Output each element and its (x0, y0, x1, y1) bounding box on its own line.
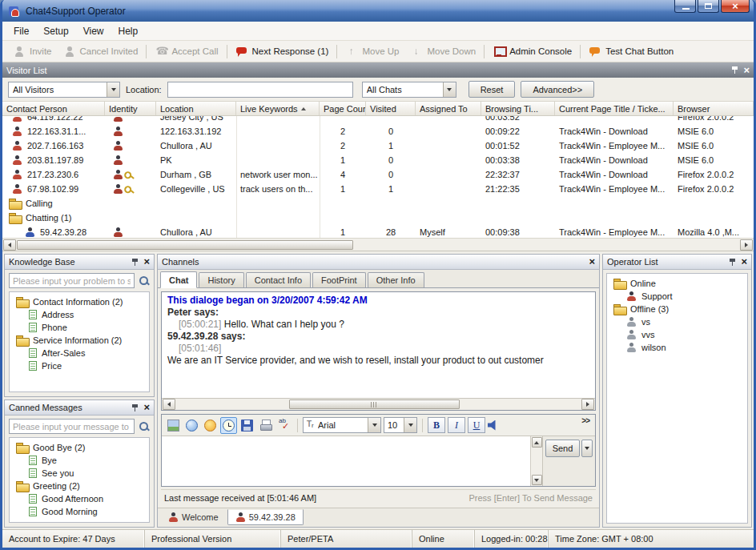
column-header[interactable]: Assigned To (416, 102, 481, 115)
close-button[interactable] (721, 0, 750, 13)
tree-folder[interactable]: Online (607, 277, 747, 290)
channel-tab[interactable]: Contact Info (246, 272, 311, 287)
location-input[interactable] (167, 82, 353, 98)
italic-button[interactable]: I (448, 417, 465, 433)
channel-tab[interactable]: FootPrint (312, 272, 366, 287)
close-icon[interactable] (743, 66, 750, 75)
operator-item[interactable]: vs (607, 315, 747, 328)
operator-item[interactable]: Support (607, 290, 747, 303)
chat-scope-select[interactable]: All Chats (362, 82, 456, 98)
format-tool-button[interactable] (257, 417, 274, 434)
toolbar-overflow-button[interactable]: >> (579, 415, 592, 427)
column-header[interactable]: Current Page Title / Ticke... (555, 102, 674, 115)
format-tool-button[interactable] (183, 417, 200, 434)
advanced-button[interactable]: Advanced>> (521, 81, 594, 98)
format-tool-button[interactable] (165, 417, 182, 434)
titlebar[interactable]: Chat4Support Operator (2, 0, 754, 22)
close-icon[interactable] (589, 257, 595, 267)
tree-item[interactable]: Address (10, 308, 149, 321)
toolbar-button[interactable]: Accept Call (149, 43, 223, 60)
column-header[interactable]: Page Count (320, 102, 366, 115)
tree-item[interactable]: Bye (10, 454, 149, 467)
scroll-right-button[interactable] (740, 239, 753, 251)
session-tab[interactable]: Welcome (161, 509, 226, 525)
visitor-row[interactable]: 122.163.31.1... 122.163.31.192 2 0 00:09… (2, 124, 754, 139)
toolbar-button[interactable]: Move Up (340, 43, 404, 60)
menu-item[interactable]: File (6, 23, 36, 39)
close-icon[interactable] (143, 257, 150, 267)
pin-icon[interactable] (131, 258, 139, 267)
scrollbar-thumb[interactable] (289, 399, 460, 409)
tree-item[interactable]: Good Morning (10, 505, 149, 518)
scrollbar-thumb[interactable] (17, 240, 353, 250)
close-icon[interactable] (143, 403, 150, 412)
column-header[interactable]: Identity (105, 102, 156, 115)
scroll-left-button[interactable] (3, 239, 16, 251)
scroll-up-button[interactable] (532, 437, 542, 448)
column-header[interactable]: Live Keywords (236, 102, 320, 115)
search-icon[interactable] (139, 421, 150, 432)
visitor-row[interactable]: 64.119.122.22 Jersey City , US 00:03:52 (2, 116, 754, 124)
close-icon[interactable] (741, 257, 747, 267)
visitor-row[interactable]: 67.98.102.99 Collegeville , US track use… (2, 182, 754, 196)
tree-folder[interactable]: Greeting (2) (10, 480, 149, 492)
tree-item[interactable]: See you (10, 467, 149, 480)
chat-horizontal-scrollbar[interactable] (162, 398, 595, 410)
format-tool-button[interactable] (220, 417, 237, 434)
tree-item[interactable]: After-Sales (10, 347, 149, 359)
maximize-button[interactable] (698, 0, 719, 13)
visitor-row[interactable]: 202.7.166.163 Chullora , AU 2 1 00:01:52 (2, 139, 754, 153)
tree-item[interactable]: Price (10, 359, 149, 372)
tree-folder[interactable]: Good Bye (2) (10, 441, 149, 454)
session-tab[interactable]: 59.42.39.28 (227, 509, 304, 525)
toolbar-button[interactable]: Cancel Invited (58, 43, 144, 60)
send-options-button[interactable] (581, 440, 593, 457)
operator-item[interactable]: wilson (607, 341, 747, 354)
font-size-select[interactable]: 10 (384, 417, 417, 433)
menu-item[interactable]: View (76, 23, 111, 39)
tree-folder[interactable]: Contact Information (2) (10, 295, 149, 308)
format-tool-button[interactable] (275, 417, 292, 434)
pin-icon[interactable] (729, 258, 736, 267)
tree-item[interactable]: Good Afternoon (10, 492, 149, 505)
channel-tab[interactable]: History (199, 272, 243, 287)
column-header[interactable]: Location (156, 102, 236, 115)
channel-tab[interactable]: Other Info (368, 272, 424, 287)
reset-button[interactable]: Reset (468, 81, 516, 98)
tree-item[interactable]: Phone (10, 321, 149, 334)
group-row[interactable]: Chatting (1) (2, 211, 754, 225)
pin-icon[interactable] (131, 403, 139, 412)
canned-messages-search-input[interactable] (9, 419, 135, 434)
visitor-scope-select[interactable]: All Visitors (8, 82, 120, 98)
group-row[interactable]: Calling (2, 196, 754, 211)
font-family-select[interactable]: Arial (303, 417, 381, 433)
input-vertical-scrollbar[interactable] (530, 436, 542, 486)
format-tool-button[interactable] (202, 417, 219, 434)
search-icon[interactable] (139, 275, 150, 287)
scroll-right-button[interactable] (581, 399, 594, 410)
operator-item[interactable]: vvs (607, 328, 747, 341)
visitor-horizontal-scrollbar[interactable] (2, 238, 754, 251)
sound-icon[interactable] (488, 420, 499, 431)
minimize-button[interactable] (674, 0, 696, 13)
toolbar-button[interactable]: Test Chat Button (583, 43, 679, 60)
toolbar-button[interactable]: Next Response (1) (230, 43, 335, 60)
message-input[interactable] (162, 436, 530, 486)
pin-icon[interactable] (731, 66, 738, 74)
visitor-row[interactable]: 203.81.197.89 PK 1 0 00:03:38 Track4Wi (2, 153, 754, 167)
bold-button[interactable]: B (428, 417, 445, 433)
tree-folder[interactable]: Service Information (2) (10, 334, 149, 347)
scroll-down-button[interactable] (532, 475, 542, 485)
toolbar-button[interactable]: Invite (7, 43, 58, 60)
column-header[interactable]: Visited (366, 102, 416, 115)
column-header[interactable]: Browser (674, 102, 754, 115)
visitor-row[interactable]: 217.23.230.6 Durham , GB network user mo… (2, 167, 754, 182)
channel-tab[interactable]: Chat (160, 271, 197, 288)
underline-button[interactable]: U (468, 417, 485, 433)
toolbar-button[interactable]: Admin Console (487, 43, 577, 60)
column-header[interactable]: Browsing Ti... (481, 102, 555, 115)
scroll-left-button[interactable] (163, 399, 175, 410)
column-header[interactable]: Contact Person (2, 102, 105, 115)
send-button[interactable]: Send (545, 440, 580, 457)
menu-item[interactable]: Help (111, 23, 146, 39)
